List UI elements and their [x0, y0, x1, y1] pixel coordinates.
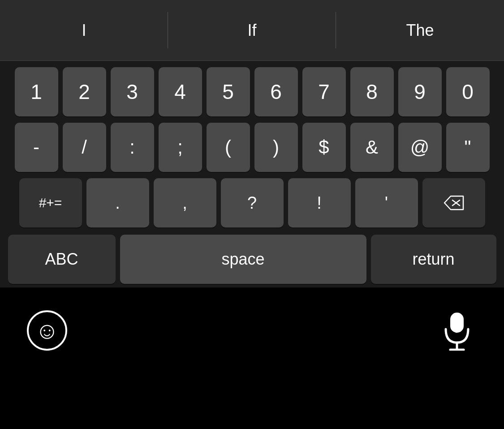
key-slash[interactable]: /: [63, 123, 106, 172]
key-dash[interactable]: -: [15, 123, 58, 172]
key-dot[interactable]: .: [86, 178, 149, 227]
key-6[interactable]: 6: [254, 67, 298, 116]
key-question[interactable]: ?: [221, 178, 284, 227]
key-exclaim[interactable]: !: [288, 178, 351, 227]
delete-icon: [443, 194, 465, 211]
key-9[interactable]: 9: [398, 67, 442, 116]
key-delete[interactable]: [422, 178, 485, 227]
autocomplete-label-The: The: [406, 21, 434, 40]
key-8[interactable]: 8: [350, 67, 394, 116]
microphone-button[interactable]: [437, 310, 477, 351]
key-0[interactable]: 0: [446, 67, 490, 116]
key-dollar[interactable]: $: [302, 123, 346, 172]
key-2[interactable]: 2: [63, 67, 106, 116]
key-7[interactable]: 7: [302, 67, 346, 116]
autocomplete-bar: I If The: [0, 0, 504, 61]
key-apostrophe[interactable]: ': [355, 178, 418, 227]
key-5[interactable]: 5: [207, 67, 250, 116]
key-colon[interactable]: :: [111, 123, 154, 172]
key-ampersand[interactable]: &: [350, 123, 394, 172]
symbol-row: - / : ; ( ) $ & @ ": [4, 123, 500, 172]
key-hashtag-toggle[interactable]: #+=: [19, 178, 82, 227]
key-quote[interactable]: ": [446, 123, 490, 172]
key-1[interactable]: 1: [15, 67, 58, 116]
emoji-button[interactable]: ☺: [27, 310, 67, 351]
autocomplete-item-If[interactable]: If: [168, 0, 336, 60]
bottom-row: ABC space return: [4, 235, 500, 284]
key-space[interactable]: space: [120, 235, 366, 284]
key-abc[interactable]: ABC: [8, 235, 116, 284]
autocomplete-label-I: I: [82, 21, 86, 40]
third-row: #+= . , ? ! ': [4, 178, 500, 227]
key-close-paren[interactable]: ): [254, 123, 298, 172]
keyboard: 1 2 3 4 5 6 7 8 9 0 - / : ; ( ) $ & @ " …: [0, 61, 504, 287]
icon-bar: ☺: [0, 287, 504, 365]
key-return[interactable]: return: [371, 235, 496, 284]
key-semicolon[interactable]: ;: [159, 123, 202, 172]
key-at[interactable]: @: [398, 123, 442, 172]
svg-rect-2: [450, 313, 464, 333]
key-comma[interactable]: ,: [154, 178, 216, 227]
autocomplete-item-I[interactable]: I: [0, 0, 168, 60]
key-3[interactable]: 3: [111, 67, 154, 116]
number-row: 1 2 3 4 5 6 7 8 9 0: [4, 67, 500, 116]
key-open-paren[interactable]: (: [207, 123, 250, 172]
key-4[interactable]: 4: [159, 67, 202, 116]
autocomplete-item-The[interactable]: The: [336, 0, 504, 60]
microphone-icon: [441, 310, 473, 351]
autocomplete-label-If: If: [247, 21, 256, 40]
